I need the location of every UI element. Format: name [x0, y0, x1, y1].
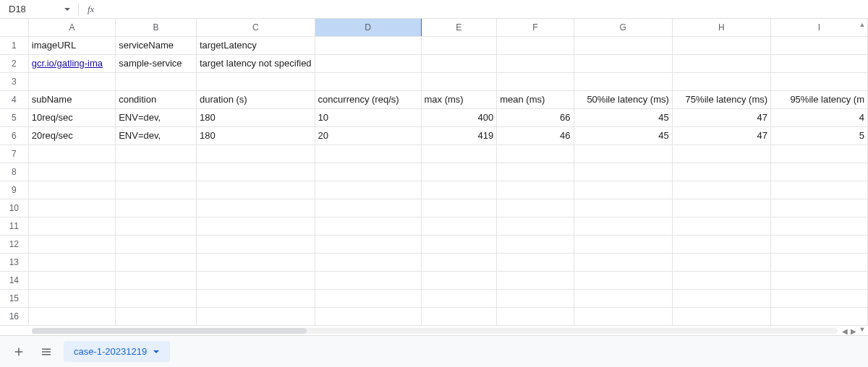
cell-A13[interactable] — [28, 253, 115, 271]
cell-D7[interactable] — [315, 144, 421, 163]
cell-I15[interactable] — [771, 289, 868, 307]
cell-F8[interactable] — [497, 163, 574, 181]
cell-E5[interactable]: 400 — [421, 108, 497, 126]
row-header-8[interactable]: 8 — [0, 163, 28, 181]
cell-B7[interactable] — [116, 144, 197, 163]
sheet-tab-active[interactable]: case-1-20231219 — [64, 341, 170, 362]
cell-G6[interactable]: 45 — [574, 126, 672, 144]
cell-H4[interactable]: 75%ile latency (ms) — [672, 90, 770, 108]
cell-E14[interactable] — [421, 271, 497, 289]
vertical-scrollbar[interactable]: ▲ ▼ — [856, 19, 868, 335]
cell-E6[interactable]: 419 — [421, 126, 497, 144]
column-header-C[interactable]: C — [196, 19, 315, 36]
row-header-10[interactable]: 10 — [0, 199, 28, 217]
cell-G14[interactable] — [574, 271, 672, 289]
cell-G11[interactable] — [574, 217, 672, 235]
cell-A12[interactable] — [28, 235, 115, 253]
cell-D2[interactable] — [315, 54, 421, 72]
cell-B10[interactable] — [116, 199, 197, 217]
hscroll-thumb[interactable] — [32, 328, 307, 334]
cell-A6[interactable]: 20req/sec — [28, 126, 115, 144]
cell-G8[interactable] — [574, 163, 672, 181]
cell-F11[interactable] — [497, 217, 574, 235]
cell-E11[interactable] — [421, 217, 497, 235]
cell-I10[interactable] — [771, 199, 868, 217]
scroll-right-icon[interactable]: ▶ — [851, 327, 856, 335]
row-header-6[interactable]: 6 — [0, 126, 28, 144]
cell-I7[interactable] — [771, 144, 868, 163]
cell-C5[interactable]: 180 — [196, 108, 315, 126]
column-header-F[interactable]: F — [497, 19, 574, 36]
row-header-2[interactable]: 2 — [0, 54, 28, 72]
vscroll-track[interactable] — [856, 30, 868, 324]
column-header-D[interactable]: D — [315, 19, 421, 36]
row-header-4[interactable]: 4 — [0, 90, 28, 108]
cell-B4[interactable]: condition — [116, 90, 197, 108]
cell-D1[interactable] — [315, 36, 421, 54]
cell-F15[interactable] — [497, 289, 574, 307]
name-box-dropdown[interactable] — [61, 6, 74, 13]
cell-A8[interactable] — [28, 163, 115, 181]
column-header-G[interactable]: G — [574, 19, 672, 36]
cell-B1[interactable]: serviceName — [116, 36, 197, 54]
cell-D16[interactable] — [315, 307, 421, 325]
cell-E12[interactable] — [421, 235, 497, 253]
cell-F2[interactable] — [497, 54, 574, 72]
cell-H7[interactable] — [672, 144, 770, 163]
cell-C6[interactable]: 180 — [196, 126, 315, 144]
column-header-A[interactable]: A — [28, 19, 115, 36]
cell-I6[interactable]: 5 — [771, 126, 868, 144]
cell-A15[interactable] — [28, 289, 115, 307]
cell-E8[interactable] — [421, 163, 497, 181]
cell-A16[interactable] — [28, 307, 115, 325]
cell-I16[interactable] — [771, 307, 868, 325]
row-header-14[interactable]: 14 — [0, 271, 28, 289]
cell-A14[interactable] — [28, 271, 115, 289]
cell-H13[interactable] — [672, 253, 770, 271]
cell-A5[interactable]: 10req/sec — [28, 108, 115, 126]
formula-input[interactable] — [98, 0, 865, 18]
cell-C10[interactable] — [196, 199, 315, 217]
cell-C13[interactable] — [196, 253, 315, 271]
cell-H11[interactable] — [672, 217, 770, 235]
cell-C7[interactable] — [196, 144, 315, 163]
scroll-left-icon[interactable]: ◀ — [842, 327, 848, 335]
cell-D13[interactable] — [315, 253, 421, 271]
cell-B9[interactable] — [116, 181, 197, 199]
cell-C12[interactable] — [196, 235, 315, 253]
cell-E1[interactable] — [421, 36, 497, 54]
cell-A10[interactable] — [28, 199, 115, 217]
cell-A11[interactable] — [28, 217, 115, 235]
cell-C4[interactable]: duration (s) — [196, 90, 315, 108]
cell-D5[interactable]: 10 — [315, 108, 421, 126]
cell-C2[interactable]: target latency not specified — [196, 54, 315, 72]
row-header-11[interactable]: 11 — [0, 217, 28, 235]
cell-I11[interactable] — [771, 217, 868, 235]
cell-F3[interactable] — [497, 72, 574, 90]
cell-C11[interactable] — [196, 217, 315, 235]
cell-C8[interactable] — [196, 163, 315, 181]
cell-B5[interactable]: ENV=dev, — [116, 108, 197, 126]
column-header-I[interactable]: I — [771, 19, 868, 36]
cell-D15[interactable] — [315, 289, 421, 307]
cell-B13[interactable] — [116, 253, 197, 271]
cell-F1[interactable] — [497, 36, 574, 54]
cell-D11[interactable] — [315, 217, 421, 235]
cell-B14[interactable] — [116, 271, 197, 289]
cell-C9[interactable] — [196, 181, 315, 199]
cell-H6[interactable]: 47 — [672, 126, 770, 144]
cell-D14[interactable] — [315, 271, 421, 289]
cell-B15[interactable] — [116, 289, 197, 307]
cell-E2[interactable] — [421, 54, 497, 72]
cell-B16[interactable] — [116, 307, 197, 325]
cell-F12[interactable] — [497, 235, 574, 253]
cell-A3[interactable] — [28, 72, 115, 90]
cell-H14[interactable] — [672, 271, 770, 289]
cell-H12[interactable] — [672, 235, 770, 253]
cell-H16[interactable] — [672, 307, 770, 325]
cell-I13[interactable] — [771, 253, 868, 271]
scroll-down-icon[interactable]: ▼ — [856, 324, 868, 335]
cell-H8[interactable] — [672, 163, 770, 181]
cell-D4[interactable]: concurrency (req/s) — [315, 90, 421, 108]
cell-H2[interactable] — [672, 54, 770, 72]
